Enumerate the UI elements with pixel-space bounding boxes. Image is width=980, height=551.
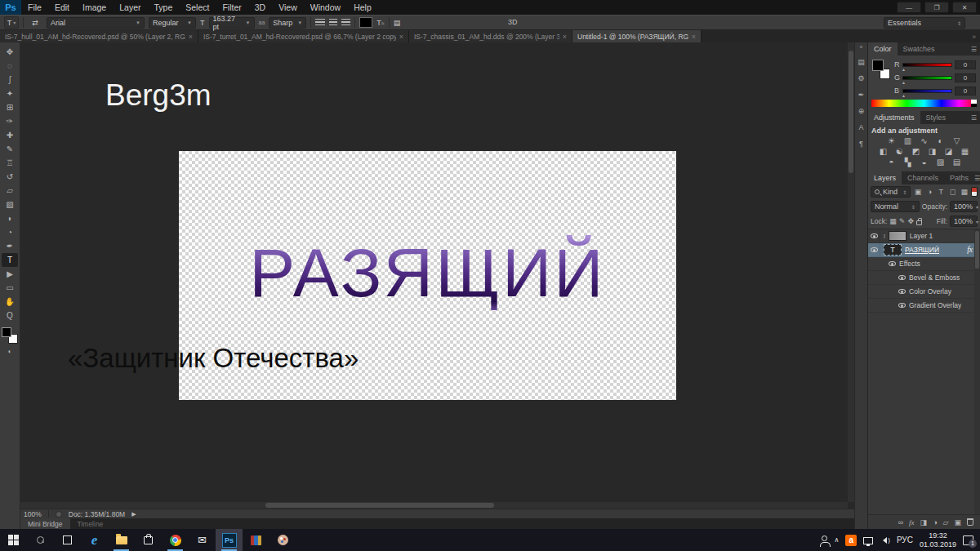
visibility-eye-icon[interactable]: [871, 233, 878, 238]
taskbar-clock[interactable]: 19:32 01.03.2019: [920, 531, 956, 549]
filtering-toggle[interactable]: [971, 187, 978, 197]
photoshop-app-icon[interactable]: Ps: [0, 0, 21, 15]
tray-expand-chevron-icon[interactable]: ∧: [834, 536, 839, 544]
healing-brush-tool[interactable]: ✚: [2, 128, 18, 142]
visibility-eye-icon[interactable]: [889, 261, 896, 266]
exposure-icon[interactable]: ◐: [935, 136, 946, 145]
menu-3d[interactable]: 3D: [248, 0, 272, 15]
properties-panel-icon[interactable]: ⚙: [858, 74, 864, 82]
effects-header-row[interactable]: Effects: [868, 257, 980, 271]
spectrum-bw-end[interactable]: [971, 100, 977, 107]
layer-name[interactable]: РАЗЯЩИЙ: [905, 246, 939, 254]
visibility-eye-icon[interactable]: [898, 289, 906, 294]
path-selection-tool[interactable]: ▶: [2, 267, 18, 281]
levels-icon[interactable]: ▥: [902, 136, 913, 145]
foreground-color-swatch[interactable]: [872, 60, 884, 71]
layer-thumbnail[interactable]: [889, 231, 906, 241]
tab-color[interactable]: Color: [868, 42, 898, 56]
effect-row-bevel[interactable]: Bevel & Emboss: [868, 271, 980, 285]
opacity-select[interactable]: 100% ▾: [950, 201, 978, 212]
menu-file[interactable]: File: [21, 0, 48, 15]
edge-button[interactable]: e: [81, 529, 108, 551]
clone-stamp-tool[interactable]: ♖: [2, 156, 18, 170]
invert-icon[interactable]: ◓: [886, 158, 897, 167]
gradient-tool[interactable]: ▧: [2, 198, 18, 211]
doc-tab-turret[interactable]: IS-7_turret_01_AM_hd-Recovered.psd @ 66,…: [198, 30, 409, 42]
type-tool-selected[interactable]: T: [2, 253, 18, 267]
layer-mask-icon[interactable]: ◨: [920, 518, 928, 527]
menu-filter[interactable]: Filter: [216, 0, 247, 15]
scrollbar-thumb[interactable]: [265, 503, 494, 508]
color-balance-icon[interactable]: ☯: [894, 147, 905, 156]
workspace-switcher[interactable]: Essentials ⇕: [884, 17, 965, 29]
tab-paths[interactable]: Paths: [944, 171, 974, 184]
color-lookup-icon[interactable]: ▦: [960, 147, 970, 156]
lock-all-icon[interactable]: [916, 220, 922, 225]
pen-tool[interactable]: ✒: [2, 239, 18, 253]
scrollbar-thumb[interactable]: [975, 231, 979, 269]
new-group-icon[interactable]: ▱: [943, 518, 949, 527]
blue-slider[interactable]: [902, 89, 952, 93]
align-left-icon[interactable]: [315, 19, 325, 26]
blue-value[interactable]: 0: [955, 87, 976, 96]
tab-adjustments[interactable]: Adjustments: [868, 111, 920, 124]
link-layers-icon[interactable]: ∞: [898, 518, 903, 527]
panel-menu-icon[interactable]: ☰: [974, 171, 980, 184]
font-family-select[interactable]: Arial ▼: [47, 17, 145, 29]
photoshop-taskbar-button[interactable]: Ps: [216, 529, 243, 551]
tab-overflow-icon[interactable]: »: [968, 33, 980, 41]
type-layer-thumbnail[interactable]: T: [884, 244, 902, 256]
menu-window[interactable]: Window: [304, 0, 347, 15]
scrollbar-thumb[interactable]: [849, 51, 853, 173]
quick-selection-tool[interactable]: ✦: [2, 87, 18, 100]
lock-transparency-icon[interactable]: ▦: [889, 217, 897, 225]
notification-center-icon[interactable]: 1: [963, 535, 973, 545]
tab-styles[interactable]: Styles: [920, 111, 952, 124]
speaker-icon[interactable]: ): [880, 536, 890, 544]
task-view-button[interactable]: [54, 529, 81, 551]
antialias-select[interactable]: Sharp ▼: [269, 17, 306, 29]
curves-icon[interactable]: ∿: [919, 136, 929, 145]
layer-name[interactable]: Layer 1: [910, 232, 933, 240]
menu-type[interactable]: Type: [147, 0, 179, 15]
layer-row-text-selected[interactable]: T РАЗЯЩИЙ fx ▾: [868, 243, 980, 257]
menu-view[interactable]: View: [272, 0, 304, 15]
crop-tool[interactable]: ⊞: [2, 100, 18, 114]
warp-text-icon[interactable]: T: [376, 19, 384, 27]
language-indicator[interactable]: РУС: [897, 535, 913, 544]
history-panel-icon[interactable]: ▤: [858, 58, 865, 66]
blend-mode-select[interactable]: Normal ⇕: [871, 201, 920, 212]
channel-mixer-icon[interactable]: ◪: [943, 147, 954, 156]
toggle-panels-icon[interactable]: ▤: [394, 19, 401, 27]
menu-help[interactable]: Help: [347, 0, 378, 15]
menu-layer[interactable]: Layer: [113, 0, 147, 15]
doc-tab-chassis[interactable]: IS-7_chassis_01_AM_hd.dds @ 200% (Layer …: [409, 30, 572, 42]
visibility-eye-icon[interactable]: [898, 275, 906, 280]
quick-mask-icon[interactable]: ◐: [8, 348, 12, 355]
menu-image[interactable]: Image: [76, 0, 113, 15]
align-center-icon[interactable]: [329, 19, 337, 26]
effect-row-gradient-overlay[interactable]: Gradient Overlay: [868, 299, 980, 313]
font-style-select[interactable]: Regular ▼: [149, 17, 196, 29]
dodge-tool[interactable]: ◔: [2, 225, 18, 239]
shape-tool[interactable]: ▭: [2, 281, 18, 295]
panel-menu-icon[interactable]: ☰: [971, 42, 980, 56]
filter-adjustment-layers-icon[interactable]: ◑: [925, 188, 934, 196]
move-tool[interactable]: ✥: [2, 45, 18, 59]
winrar-button[interactable]: [243, 529, 270, 551]
brightness-contrast-icon[interactable]: ☀: [886, 136, 897, 145]
avast-icon[interactable]: a: [845, 535, 857, 546]
doc-tab-hull[interactable]: IS-7_hull_01_AM_hd-Recovered.psd @ 50% (…: [0, 30, 198, 42]
color-spectrum-ramp[interactable]: [871, 100, 977, 107]
green-value[interactable]: 0: [955, 73, 976, 82]
mail-button[interactable]: ✉: [189, 529, 216, 551]
lock-position-icon[interactable]: ✥: [907, 217, 914, 225]
restore-button[interactable]: ❐: [924, 2, 949, 13]
paint-button[interactable]: [270, 529, 296, 551]
close-tab-icon[interactable]: ×: [692, 33, 696, 41]
doc-tab-untitled-active[interactable]: Untitled-1 @ 100% (РАЗЯЩИЙ, RGB/8) * ×: [572, 30, 702, 42]
expand-panels-icon[interactable]: «: [860, 44, 863, 50]
eyedropper-tool[interactable]: ✑: [2, 114, 18, 128]
history-brush-tool[interactable]: ↺: [2, 170, 18, 184]
new-layer-icon[interactable]: ▣: [954, 518, 961, 527]
